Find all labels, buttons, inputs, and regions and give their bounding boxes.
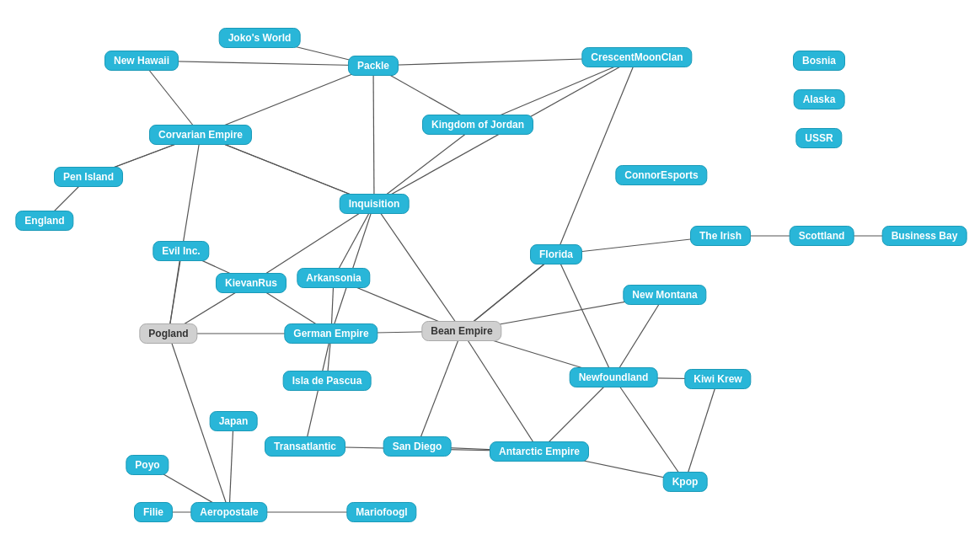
- node-pogland[interactable]: Pogland: [139, 323, 197, 344]
- node-kievan_rus[interactable]: KievanRus: [216, 273, 287, 293]
- node-packle[interactable]: Packle: [348, 56, 399, 76]
- svg-line-10: [169, 135, 201, 334]
- node-inquisition[interactable]: Inquisition: [340, 194, 410, 214]
- node-kpop[interactable]: Kpop: [663, 472, 708, 492]
- node-connor_esports[interactable]: ConnorEsports: [615, 165, 707, 185]
- svg-line-41: [613, 295, 665, 377]
- node-arkansonia[interactable]: Arkansonia: [297, 268, 370, 288]
- svg-line-30: [462, 254, 556, 331]
- node-the_irish[interactable]: The Irish: [690, 226, 751, 246]
- node-scottland[interactable]: Scottland: [790, 226, 854, 246]
- node-filie[interactable]: Filie: [134, 502, 173, 522]
- svg-line-14: [556, 57, 637, 254]
- node-san_diego[interactable]: San Diego: [383, 436, 452, 457]
- svg-line-28: [556, 254, 613, 377]
- node-alaska[interactable]: Alaska: [794, 89, 845, 110]
- svg-line-45: [539, 377, 613, 451]
- node-mariofoogl[interactable]: Mariofoogl: [346, 502, 416, 522]
- node-kingdom_of_jordan[interactable]: Kingdom of Jordan: [422, 115, 533, 135]
- svg-line-47: [685, 379, 718, 482]
- node-aeropostale[interactable]: Aeropostale: [190, 502, 267, 522]
- node-newfoundland[interactable]: Newfoundland: [570, 367, 658, 387]
- node-jokos_world[interactable]: Joko's World: [219, 28, 301, 48]
- node-evil_inc[interactable]: Evil Inc.: [153, 241, 209, 261]
- svg-line-46: [613, 377, 685, 482]
- svg-line-6: [373, 66, 374, 204]
- node-bosnia[interactable]: Bosnia: [793, 51, 845, 71]
- svg-line-17: [374, 204, 462, 331]
- svg-line-37: [462, 331, 539, 451]
- graph-container: New HawaiiJoko's WorldPackleCrescentMoon…: [0, 0, 980, 545]
- node-isla_de_pascua[interactable]: Isla de Pascua: [283, 371, 372, 391]
- svg-line-38: [417, 331, 462, 446]
- node-england[interactable]: England: [15, 211, 73, 231]
- node-bean_empire[interactable]: Bean Empire: [421, 321, 501, 341]
- node-corvarian_empire[interactable]: Corvarian Empire: [149, 125, 252, 145]
- node-new_hawaii[interactable]: New Hawaii: [104, 51, 179, 71]
- svg-line-19: [334, 204, 374, 278]
- node-kiwi_krew[interactable]: Kiwi Krew: [684, 369, 751, 389]
- svg-line-16: [374, 125, 478, 204]
- svg-line-40: [462, 254, 556, 331]
- svg-line-54: [229, 421, 233, 512]
- node-business_bay[interactable]: Business Bay: [882, 226, 967, 246]
- node-transatlantic[interactable]: Transatlantic: [265, 436, 345, 457]
- node-florida[interactable]: Florida: [530, 244, 582, 264]
- node-poyo[interactable]: Poyo: [126, 455, 169, 475]
- node-antarctic_empire[interactable]: Antarctic Empire: [490, 441, 589, 462]
- svg-line-22: [169, 251, 181, 334]
- node-japan[interactable]: Japan: [210, 411, 258, 431]
- node-ussr[interactable]: USSR: [795, 128, 842, 148]
- svg-line-2: [142, 61, 201, 135]
- node-crescent_moon_clan[interactable]: CrescentMoonClan: [581, 47, 692, 67]
- node-german_empire[interactable]: German Empire: [284, 323, 378, 344]
- node-pen_island[interactable]: Pen Island: [54, 167, 123, 187]
- node-new_montana[interactable]: New Montana: [623, 285, 706, 305]
